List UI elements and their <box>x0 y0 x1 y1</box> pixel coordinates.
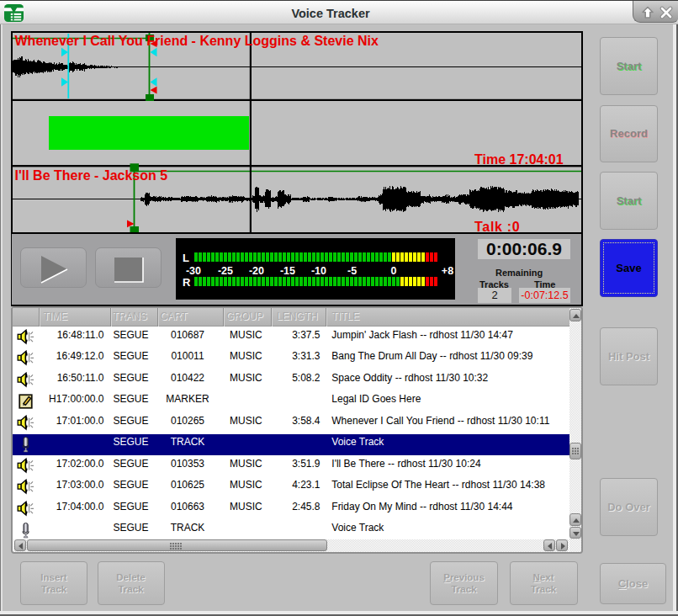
svg-text:-10: -10 <box>311 265 326 277</box>
svg-text:-15: -15 <box>280 265 295 277</box>
svg-text:R: R <box>183 276 191 289</box>
svg-text:-5: -5 <box>347 265 357 277</box>
svg-text:L: L <box>183 252 189 264</box>
svg-text:-20: -20 <box>249 265 264 277</box>
svg-text:+8: +8 <box>442 265 453 277</box>
svg-text:-25: -25 <box>218 265 233 277</box>
svg-text:-30: -30 <box>186 265 201 277</box>
svg-text:0: 0 <box>391 265 397 277</box>
